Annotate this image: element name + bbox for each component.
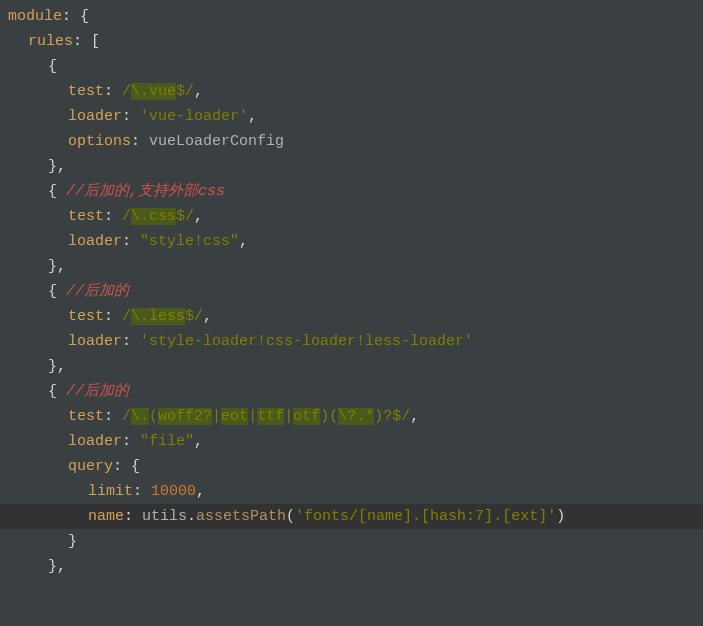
code-line: loader: "file", [0,429,703,454]
code-line: } [0,529,703,554]
code-line-highlighted: name: utils.assetsPath('fonts/[name].[ha… [0,504,703,529]
code-line: }, [0,254,703,279]
code-line: }, [0,554,703,579]
code-line: { //后加的 [0,379,703,404]
code-line: options: vueLoaderConfig [0,129,703,154]
code-line: }, [0,154,703,179]
code-line: { //后加的 [0,279,703,304]
code-line: loader: "style!css", [0,229,703,254]
code-line: test: /\.vue$/, [0,79,703,104]
code-line: loader: 'style-loader!css-loader!less-lo… [0,329,703,354]
code-line: test: /\.css$/, [0,204,703,229]
code-line: limit: 10000, [0,479,703,504]
code-line: module: { [0,4,703,29]
code-line: { [0,54,703,79]
code-line: test: /\.(woff2?|eot|ttf|otf)(\?.*)?$/, [0,404,703,429]
code-editor[interactable]: module: { rules: [ { test: /\.vue$/, loa… [0,4,703,579]
code-line: { //后加的,支持外部css [0,179,703,204]
code-line: loader: 'vue-loader', [0,104,703,129]
code-line: rules: [ [0,29,703,54]
code-line: }, [0,354,703,379]
code-line: query: { [0,454,703,479]
code-line: test: /\.less$/, [0,304,703,329]
